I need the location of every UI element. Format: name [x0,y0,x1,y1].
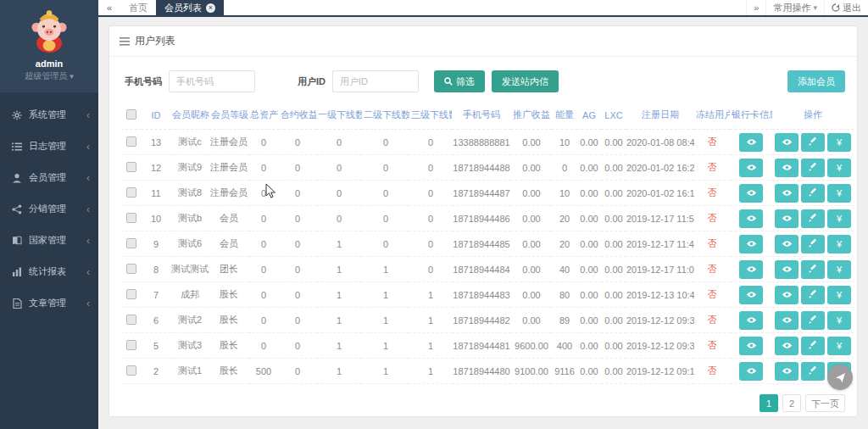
view-bank-button[interactable] [739,337,763,355]
balance-button[interactable]: ¥ [827,184,851,203]
sidebar-item-log[interactable]: 日志管理‹ [0,131,98,162]
view-bank-button[interactable] [739,235,763,254]
next-page-button[interactable]: 下一页 [805,394,845,412]
row-checkbox[interactable] [126,340,136,350]
edit-button[interactable] [801,235,825,254]
cell-contract: 0 [279,231,316,257]
row-checkbox[interactable] [126,365,136,376]
balance-button[interactable]: ¥ [827,337,851,355]
view-button[interactable] [775,159,798,177]
view-button[interactable] [775,311,798,330]
tab-home[interactable]: 首页 [120,0,156,15]
sidebar-item-system[interactable]: 系统管理‹ [0,99,98,131]
view-bank-button[interactable] [739,362,763,381]
view-bank-button[interactable] [739,184,763,203]
cell-date: 2019-12-17 11:54 [626,206,694,231]
column-header: LXC [601,103,626,130]
cell-nickname: 成邦 [170,282,209,308]
column-header: 三级下线数 [409,103,452,130]
cell-contract: 0 [279,155,316,181]
phone-input[interactable] [169,70,255,92]
tab-member-list[interactable]: 会员列表× [156,0,224,15]
sidebar-item-country[interactable]: 国家管理‹ [0,225,98,256]
cell-frozen: 否 [694,181,730,206]
cell-nickname: 测试2 [170,308,209,333]
document-icon [11,298,23,309]
view-bank-button[interactable] [739,133,763,152]
logout-button[interactable]: 退出 [824,0,868,15]
tabs-scroll-right-icon[interactable]: » [746,0,765,15]
cell-l3: 0 [409,206,452,231]
view-button[interactable] [775,184,798,203]
view-button[interactable] [775,337,798,355]
edit-button[interactable] [801,311,825,330]
cell-frozen: 否 [694,155,730,181]
cell-ag: 0.00 [577,155,601,181]
edit-button[interactable] [801,260,825,279]
view-button[interactable] [775,209,798,228]
sidebar-item-article[interactable]: 文章管理‹ [0,287,98,319]
view-bank-button[interactable] [739,260,763,279]
sidebar: admin 超级管理员 ▾ 系统管理‹日志管理‹会员管理‹分销管理‹国家管理‹统… [0,0,98,429]
row-checkbox[interactable] [126,264,136,274]
row-checkbox[interactable] [126,289,136,299]
tab-close-icon[interactable]: × [206,3,215,13]
edit-button[interactable] [801,159,825,177]
page-button-1[interactable]: 1 [760,394,778,412]
cell-nickname: 测试c [170,130,209,155]
view-button[interactable] [775,133,798,152]
view-button[interactable] [775,362,798,381]
balance-button[interactable]: ¥ [827,209,851,228]
pencil-icon [809,187,818,198]
view-bank-button[interactable] [739,311,763,330]
userid-input[interactable] [332,70,419,92]
eye-icon [746,341,757,351]
edit-button[interactable] [801,286,825,304]
add-member-button[interactable]: 添加会员 [787,70,845,92]
balance-button[interactable]: ¥ [827,159,851,177]
row-checkbox[interactable] [126,238,136,248]
cell-lxc: 0.00 [601,308,626,333]
filter-button[interactable]: 筛选 [434,70,485,92]
eye-icon [782,214,793,224]
row-checkbox[interactable] [126,315,136,325]
cell-assets: 0 [248,206,279,231]
send-message-button[interactable]: 发送站内信 [492,70,559,92]
cell-l3: 1 [409,308,452,333]
view-button[interactable] [775,235,798,254]
sidebar-item-report[interactable]: 统计报表‹ [0,256,98,287]
floating-action-button[interactable] [827,365,853,390]
edit-button[interactable] [801,209,825,228]
balance-button[interactable]: ¥ [827,260,851,279]
edit-button[interactable] [801,362,825,381]
row-checkbox[interactable] [126,213,136,223]
edit-button[interactable] [801,184,825,203]
cell-lxc: 0.00 [601,333,626,359]
view-bank-button[interactable] [739,159,763,177]
cell-frozen: 否 [694,231,730,257]
cell-ag: 0.00 [577,333,601,359]
row-checkbox[interactable] [126,187,136,198]
page-button-2[interactable]: 2 [782,394,801,412]
tabs-scroll-left-icon[interactable]: « [98,0,120,15]
view-bank-button[interactable] [739,209,763,228]
view-button[interactable] [775,260,798,279]
edit-button[interactable] [801,133,825,152]
view-button[interactable] [775,286,798,304]
common-actions-dropdown[interactable]: 常用操作 ▾ [765,0,824,15]
cell-lxc: 0.00 [601,359,626,384]
select-all-checkbox[interactable] [126,109,136,120]
sidebar-item-distribution[interactable]: 分销管理‹ [0,193,98,225]
view-bank-button[interactable] [739,286,763,304]
cell-l1: 1 [316,231,362,257]
edit-button[interactable] [801,337,825,355]
balance-button[interactable]: ¥ [827,311,851,330]
balance-button[interactable]: ¥ [827,133,851,152]
role-dropdown[interactable]: 超级管理员 ▾ [0,70,98,82]
balance-button[interactable]: ¥ [827,235,851,254]
search-icon [444,77,453,86]
balance-button[interactable]: ¥ [827,286,851,304]
sidebar-item-member[interactable]: 会员管理‹ [0,162,98,193]
row-checkbox[interactable] [126,162,136,172]
row-checkbox[interactable] [126,136,136,147]
